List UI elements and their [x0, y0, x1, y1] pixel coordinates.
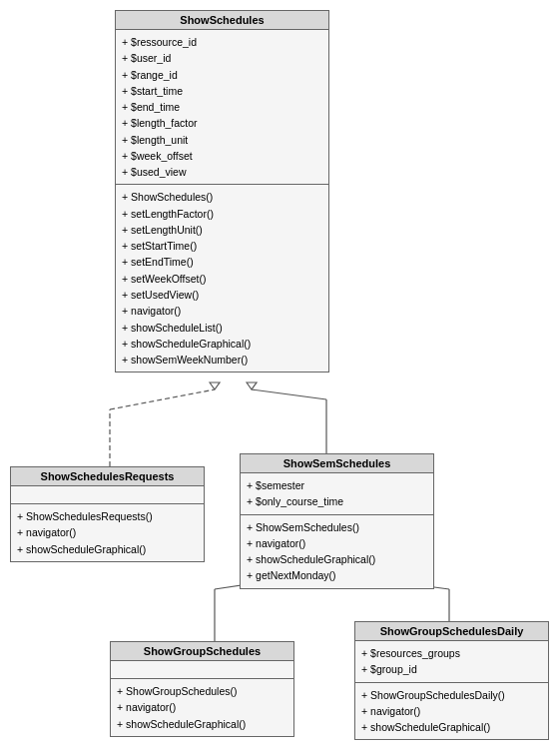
show-group-schedules-daily-methods: + ShowGroupSchedulesDaily() + navigator(…	[355, 683, 548, 740]
show-schedules-box: ShowSchedules + $ressource_id + $user_id…	[115, 10, 329, 373]
show-sem-schedules-methods: + ShowSemSchedules() + navigator() + sho…	[241, 515, 433, 588]
show-sem-schedules-attributes: + $semester + $only_course_time	[241, 473, 433, 515]
show-schedules-requests-title: ShowSchedulesRequests	[11, 467, 204, 486]
diagram-container: ShowSchedules + $ressource_id + $user_id…	[0, 0, 560, 754]
svg-marker-8	[247, 382, 257, 389]
show-group-schedules-box: ShowGroupSchedules + ShowGroupSchedules(…	[110, 641, 294, 737]
show-group-schedules-daily-title: ShowGroupSchedulesDaily	[355, 622, 548, 641]
show-schedules-title: ShowSchedules	[116, 11, 328, 30]
show-schedules-requests-box: ShowSchedulesRequests + ShowSchedulesReq…	[10, 466, 205, 562]
show-sem-schedules-box: ShowSemSchedules + $semester + $only_cou…	[240, 453, 434, 589]
svg-line-4	[110, 389, 215, 409]
show-group-schedules-methods: + ShowGroupSchedules() + navigator() + s…	[111, 679, 293, 736]
show-group-schedules-daily-box: ShowGroupSchedulesDaily + $resources_gro…	[354, 621, 549, 740]
svg-marker-5	[210, 382, 220, 389]
show-schedules-attributes: + $ressource_id + $user_id + $range_id +…	[116, 30, 328, 185]
show-schedules-requests-methods: + ShowSchedulesRequests() + navigator() …	[11, 504, 204, 561]
show-group-schedules-attributes	[111, 661, 293, 679]
show-schedules-methods: + ShowSchedules() + setLengthFactor() + …	[116, 185, 328, 372]
svg-line-7	[252, 389, 326, 399]
show-sem-schedules-title: ShowSemSchedules	[241, 454, 433, 473]
show-group-schedules-daily-attributes: + $resources_groups + $group_id	[355, 641, 548, 683]
show-schedules-requests-attributes	[11, 486, 204, 504]
show-group-schedules-title: ShowGroupSchedules	[111, 642, 293, 661]
